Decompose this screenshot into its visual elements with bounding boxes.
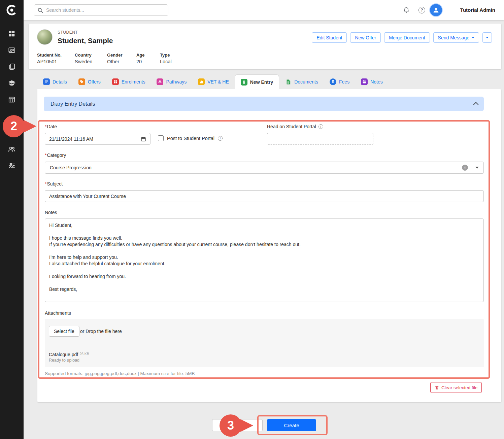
topbar: ? Tutorial Admin: [24, 0, 504, 20]
tab-notes[interactable]: Notes: [355, 74, 389, 89]
merge-document-label: Merge Document: [389, 35, 425, 40]
sidebar-item-settings[interactable]: [0, 158, 24, 173]
category-value: Course Progression: [50, 165, 462, 170]
sidebar-item-courses[interactable]: [0, 76, 24, 91]
chevron-down-icon: [486, 37, 489, 38]
person-icon: [432, 6, 440, 14]
notes-textarea[interactable]: Hi Student, I hope this message finds yo…: [45, 218, 484, 302]
student-name: Student, Sample: [58, 37, 113, 45]
info-field-age: Age 20: [136, 53, 160, 64]
contact-card-icon: [8, 46, 15, 54]
category-select[interactable]: Course Progression ×: [45, 162, 484, 174]
tab-label: Fees: [339, 79, 349, 85]
dashboard-icon: [8, 30, 15, 37]
drop-hint: or Drop the file here: [80, 329, 122, 334]
tab-offers[interactable]: Offers: [73, 74, 106, 89]
file-dropzone[interactable]: Select file or Drop the file here Catalo…: [45, 319, 484, 367]
tab-label: Details: [53, 79, 67, 85]
student-info-row: Student No. AP10501 Country Sweden Gende…: [37, 53, 190, 64]
cancel-button[interactable]: [212, 419, 263, 431]
tab-label: Notes: [370, 79, 383, 85]
send-message-split-toggle[interactable]: [482, 32, 492, 43]
info-field-gender: Gender Other: [107, 53, 136, 64]
user-name: Tutorial Admin: [460, 7, 495, 13]
attached-file: Catalogue.pdf26 KB: [49, 352, 89, 357]
clear-category-icon[interactable]: ×: [462, 165, 468, 171]
select-file-button[interactable]: Select file: [49, 326, 79, 337]
dropdown-caret-icon[interactable]: [475, 167, 479, 169]
attachments-label: Attachments: [45, 310, 71, 316]
student-kicker: STUDENT: [58, 30, 78, 35]
documents-icon: [285, 78, 292, 85]
merge-document-button[interactable]: Merge Document: [384, 32, 430, 43]
new-offer-button[interactable]: New Offer: [350, 32, 381, 43]
send-message-button[interactable]: Send Message: [433, 32, 479, 43]
subject-input-wrap: [45, 190, 484, 202]
date-input[interactable]: [49, 136, 141, 142]
create-button[interactable]: Create: [267, 419, 316, 431]
notes-icon: [361, 78, 368, 85]
info-icon[interactable]: i: [318, 124, 323, 129]
trash-icon: [435, 385, 439, 390]
subject-input[interactable]: [49, 194, 479, 199]
info-label: Student No.: [37, 53, 75, 58]
tab-label: Offers: [88, 79, 101, 85]
student-tabs: Details Offers Enrolments Pathways VET &…: [37, 74, 389, 89]
info-icon[interactable]: i: [218, 136, 223, 141]
sidebar-item-dashboard[interactable]: [0, 26, 24, 41]
offers-icon: [78, 78, 85, 85]
diary-entry-details-header[interactable]: Diary Entry Details: [44, 97, 484, 111]
required-asterisk: *: [45, 181, 46, 187]
fees-icon: $: [330, 78, 336, 85]
tab-vet-he[interactable]: VET & HE: [192, 74, 235, 89]
formats-hint: Supported formats: jpg,png,jpeg,pdf,doc,…: [45, 371, 195, 376]
info-value: Other: [107, 59, 136, 64]
tab-details[interactable]: Details: [37, 74, 73, 89]
new-offer-label: New Offer: [355, 35, 376, 40]
attached-file-size: 26 KB: [79, 352, 89, 356]
tab-pathways[interactable]: Pathways: [151, 74, 192, 89]
sidebar-item-community[interactable]: [0, 142, 24, 157]
graduation-cap-icon: [8, 79, 16, 87]
app-logo-icon[interactable]: [5, 3, 19, 17]
read-on-portal-label: Read on Student Portal: [267, 124, 316, 129]
sidebar-item-reports[interactable]: [0, 92, 24, 107]
edit-student-button[interactable]: Edit Student: [312, 32, 347, 43]
vet-he-icon: [198, 78, 205, 85]
chevron-down-icon: [472, 37, 474, 38]
help-glyph: ?: [421, 8, 423, 12]
student-search-box[interactable]: [34, 4, 168, 16]
tab-fees[interactable]: $ Fees: [324, 74, 355, 89]
edit-student-label: Edit Student: [316, 35, 342, 40]
help-icon[interactable]: ?: [418, 6, 426, 14]
tab-enrolments[interactable]: Enrolments: [106, 74, 151, 89]
sidebar-item-documents[interactable]: [0, 59, 24, 74]
diary-entry-card: Diary Entry Details *Date Post to Studen…: [37, 89, 501, 402]
user-avatar[interactable]: [429, 3, 443, 17]
student-avatar[interactable]: [37, 29, 53, 45]
tab-label: Pathways: [166, 79, 187, 85]
chevron-up-icon: [473, 102, 479, 107]
notification-bell-icon[interactable]: [402, 6, 410, 14]
calendar-icon[interactable]: [141, 136, 146, 142]
info-value: AP10501: [37, 59, 75, 64]
info-value: 20: [136, 59, 160, 64]
details-icon: [43, 78, 50, 85]
category-label: *Category: [45, 153, 66, 158]
sidebar-item-contacts[interactable]: [0, 43, 24, 58]
subject-label: *Subject: [45, 181, 63, 187]
info-field-type: Type Local: [160, 53, 190, 64]
student-header-card: STUDENT Student, Sample Edit Student New…: [29, 24, 501, 69]
search-input[interactable]: [46, 7, 165, 13]
clear-selected-file-button[interactable]: Clear selected file: [430, 382, 482, 393]
required-asterisk: *: [45, 124, 46, 129]
app-screen: ? Tutorial Admin STUDENT Student, Sample…: [0, 0, 504, 439]
info-value: Sweden: [75, 59, 107, 64]
info-field-student-no: Student No. AP10501: [37, 53, 75, 64]
post-to-student-portal-checkbox[interactable]: [158, 135, 164, 141]
info-label: Country: [75, 53, 107, 58]
info-label: Gender: [107, 53, 136, 58]
tab-documents[interactable]: Documents: [279, 74, 324, 89]
tab-new-entry[interactable]: New Entry: [235, 74, 279, 89]
notes-label: Notes: [45, 210, 57, 215]
